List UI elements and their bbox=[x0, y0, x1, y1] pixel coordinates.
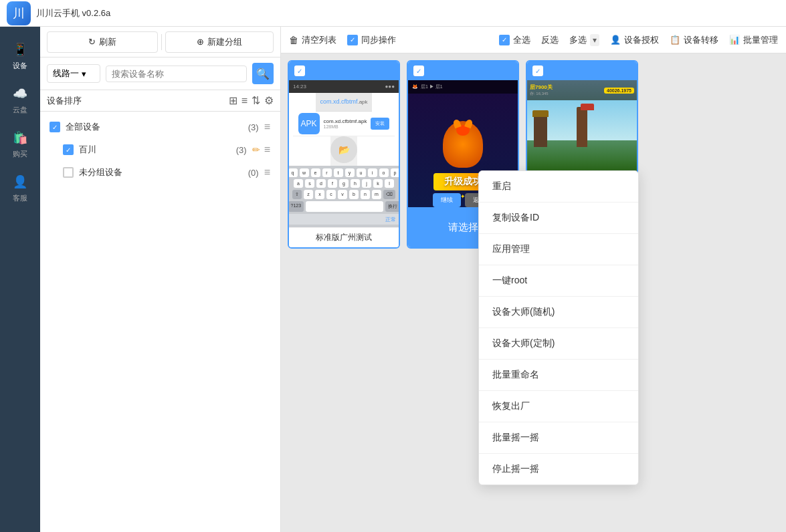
device-card-3-header: ✓ bbox=[527, 61, 637, 80]
list-icon[interactable]: ≡ bbox=[241, 95, 248, 107]
sidebar: 📱 设备 ☁️ 云盘 🛍️ 购买 👤 客服 bbox=[0, 27, 40, 532]
clear-icon: 🗑 bbox=[289, 35, 298, 45]
all-group-menu-icon[interactable]: ≡ bbox=[264, 121, 271, 133]
sidebar-label-shop: 购买 bbox=[13, 149, 27, 159]
app-logo: 川 bbox=[7, 1, 31, 25]
top-action-bar: 🗑 清空列表 ✓ 同步操作 ✓ 全选 反选 多选 ▾ 👤 设备授权 📋 设备转移… bbox=[281, 27, 786, 53]
sidebar-item-device[interactable]: 📱 设备 bbox=[0, 33, 40, 78]
device-panel: ↻ 刷新 ⊕ 新建分组 线路一 ▾ 🔍 设备排序 ⊞ ≡ ⇅ ⚙ bbox=[40, 27, 281, 532]
screen1-keyboard: qwertyuiop asdfghjkl ⇧zxcvbnm⌫ ?123 换行 bbox=[289, 166, 399, 227]
refresh-button[interactable]: ↻ 刷新 bbox=[47, 31, 158, 53]
device-auth-action[interactable]: 👤 设备授权 bbox=[610, 34, 659, 46]
sidebar-item-cloud[interactable]: ☁️ 云盘 bbox=[0, 78, 40, 122]
search-input-wrap bbox=[106, 65, 247, 82]
baichuan-menu-icon[interactable]: ≡ bbox=[264, 144, 271, 156]
device-card-1-footer: 标准版广州测试 bbox=[289, 227, 399, 247]
baichuan-name: 百川 bbox=[79, 144, 236, 156]
sort-row: 设备排序 ⊞ ≡ ⇅ ⚙ bbox=[40, 90, 280, 112]
search-row: 线路一 ▾ 🔍 bbox=[40, 57, 280, 90]
context-menu: 重启 复制设备ID 应用管理 一键root 设备大师(随机) 设备大师(定制) … bbox=[478, 170, 639, 485]
sort-icons: ⊞ ≡ ⇅ ⚙ bbox=[229, 94, 274, 107]
sidebar-item-shop[interactable]: 🛍️ 购买 bbox=[0, 122, 40, 166]
device-toolbar: ↻ 刷新 ⊕ 新建分组 bbox=[40, 27, 280, 57]
menu-item-device-master-custom[interactable]: 设备大师(定制) bbox=[479, 328, 638, 360]
invert-label: 反选 bbox=[541, 34, 559, 46]
card1-checkbox[interactable]: ✓ bbox=[294, 65, 305, 76]
refresh-label: 刷新 bbox=[99, 36, 116, 48]
device-ungrouped[interactable]: 未分组设备 (0) ≡ bbox=[47, 162, 274, 182]
search-button[interactable]: 🔍 bbox=[252, 63, 274, 84]
baichuan-checkbox[interactable]: ✓ bbox=[63, 144, 74, 155]
ungrouped-menu-icon[interactable]: ≡ bbox=[264, 166, 271, 178]
search-icon: 🔍 bbox=[256, 68, 270, 80]
device-sub-baichuan[interactable]: ✓ 百川 (3) ✏ ≡ bbox=[47, 140, 274, 160]
clear-list-action[interactable]: 🗑 清空列表 bbox=[289, 34, 336, 46]
transfer-icon: 📋 bbox=[670, 35, 680, 45]
device-group-ungrouped: 未分组设备 (0) ≡ bbox=[47, 162, 274, 182]
multi-action[interactable]: 多选 ▾ bbox=[569, 34, 599, 46]
titlebar: 川 川川云手机 v0.2.6a bbox=[0, 0, 786, 27]
sidebar-label-service: 客服 bbox=[13, 193, 27, 203]
menu-item-batch-rename[interactable]: 批量重命名 bbox=[479, 360, 638, 391]
select-all-label: 全选 bbox=[513, 34, 530, 46]
device-icon: 📱 bbox=[11, 40, 29, 59]
all-checkbox[interactable]: ✓ bbox=[50, 122, 60, 132]
baichuan-count: (3) bbox=[236, 145, 247, 155]
line-label: 线路一 bbox=[53, 68, 79, 80]
action-right: ✓ 全选 反选 多选 ▾ 👤 设备授权 📋 设备转移 📊 批量管理 bbox=[499, 34, 778, 46]
all-group-count: (3) bbox=[248, 122, 259, 132]
select-all-checkbox[interactable]: ✓ bbox=[499, 35, 510, 45]
app-title: 川川云手机 v0.2.6a bbox=[36, 7, 110, 19]
device-auth-label: 设备授权 bbox=[624, 34, 659, 46]
multi-label: 多选 bbox=[569, 34, 587, 46]
sync-action[interactable]: ✓ 同步操作 bbox=[347, 34, 396, 46]
edit-icon[interactable]: ✏ bbox=[252, 144, 260, 155]
menu-item-restart[interactable]: 重启 bbox=[479, 171, 638, 203]
device-group-all-header[interactable]: ✓ 全部设备 (3) ≡ bbox=[47, 117, 274, 137]
menu-item-copy-id[interactable]: 复制设备ID bbox=[479, 203, 638, 234]
plus-icon: ⊕ bbox=[197, 37, 204, 47]
select-all-action[interactable]: ✓ 全选 bbox=[499, 34, 530, 46]
ungrouped-name: 未分组设备 bbox=[79, 166, 248, 178]
new-group-label: 新建分组 bbox=[207, 36, 242, 48]
line-select[interactable]: 线路一 ▾ bbox=[47, 64, 100, 83]
sync-checkbox[interactable]: ✓ bbox=[347, 35, 358, 45]
layers-icon[interactable]: ⊞ bbox=[229, 94, 237, 107]
card3-checkbox[interactable]: ✓ bbox=[532, 65, 543, 76]
ungrouped-count: (0) bbox=[248, 168, 259, 178]
game-level: 层7900关 bbox=[530, 84, 553, 91]
sort-az-icon[interactable]: ⇅ bbox=[252, 94, 260, 107]
sidebar-label-cloud: 云盘 bbox=[13, 105, 27, 115]
invert-action[interactable]: 反选 bbox=[541, 34, 559, 46]
file-apk-icon: APK bbox=[298, 113, 320, 134]
new-group-button[interactable]: ⊕ 新建分组 bbox=[165, 31, 274, 53]
multi-dropdown-icon[interactable]: ▾ bbox=[590, 34, 599, 46]
screen1-navbar: com.xd.cfbtmf .apk bbox=[316, 93, 371, 112]
device-card-2-header: ✓ bbox=[408, 61, 518, 80]
ungrouped-checkbox[interactable] bbox=[63, 167, 74, 178]
device-transfer-action[interactable]: 📋 设备转移 bbox=[670, 34, 718, 46]
menu-item-batch-shake[interactable]: 批量摇一摇 bbox=[479, 422, 638, 454]
sidebar-label-device: 设备 bbox=[13, 61, 27, 71]
service-icon: 👤 bbox=[11, 172, 29, 191]
gold-display: 40026.1975 bbox=[604, 88, 634, 94]
batch-manage-action[interactable]: 📊 批量管理 bbox=[729, 34, 778, 46]
shop-icon: 🛍️ bbox=[11, 128, 29, 147]
menu-item-restore-factory[interactable]: 恢复出厂 bbox=[479, 391, 638, 422]
device-group-all: ✓ 全部设备 (3) ≡ bbox=[47, 117, 274, 137]
screen1-statusbar: 14:23 ●●● bbox=[289, 80, 399, 93]
card2-checkbox[interactable]: ✓ bbox=[413, 65, 424, 76]
menu-item-stop-shake[interactable]: 停止摇一摇 bbox=[479, 454, 638, 485]
sync-label: 同步操作 bbox=[361, 34, 396, 46]
refresh-icon: ↻ bbox=[88, 37, 96, 47]
device-card-1[interactable]: ✓ 14:23 ●●● com.xd.cfbtmf .apk APK com.x… bbox=[288, 60, 400, 249]
sidebar-item-service[interactable]: 👤 客服 bbox=[0, 166, 40, 210]
batch-manage-label: 批量管理 bbox=[743, 34, 778, 46]
menu-item-one-root[interactable]: 一键root bbox=[479, 265, 638, 297]
menu-item-app-manage[interactable]: 应用管理 bbox=[479, 234, 638, 265]
clear-label: 清空列表 bbox=[302, 34, 336, 46]
sort-label: 设备排序 bbox=[47, 95, 229, 107]
search-input[interactable] bbox=[112, 69, 241, 79]
settings-icon[interactable]: ⚙ bbox=[264, 94, 274, 107]
menu-item-device-master-random[interactable]: 设备大师(随机) bbox=[479, 297, 638, 328]
